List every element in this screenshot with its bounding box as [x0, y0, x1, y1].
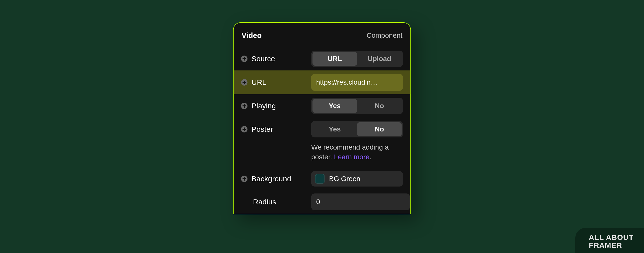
background-control: BG Green [311, 171, 403, 186]
panel-title: Video [242, 31, 262, 40]
brand-line2: FRAMER [589, 241, 634, 249]
playing-control: Yes No [311, 98, 403, 114]
poster-option-yes[interactable]: Yes [312, 122, 357, 136]
playing-option-no[interactable]: No [357, 99, 402, 113]
playing-option-yes[interactable]: Yes [312, 99, 357, 113]
row-radius: Radius [241, 190, 403, 214]
label-text: Source [252, 55, 275, 63]
row-playing: Playing Yes No [241, 94, 403, 118]
label-text: Poster [252, 125, 273, 133]
panel-type-label: Component [366, 32, 402, 40]
color-swatch [315, 174, 325, 183]
learn-more-link[interactable]: Learn more [334, 153, 369, 161]
row-hint: We recommend adding a poster. Learn more… [241, 141, 403, 168]
row-url: URL [234, 70, 410, 94]
row-label-background: Background [241, 175, 291, 183]
row-source: Source URL Upload [241, 47, 403, 70]
url-control [311, 74, 403, 91]
row-label-playing: Playing [241, 102, 276, 110]
video-properties-panel: Video Component Source URL Upload URL Pl… [233, 22, 411, 214]
label-text: URL [252, 78, 266, 87]
background-color-field[interactable]: BG Green [311, 171, 403, 186]
label-text: Playing [252, 102, 276, 110]
poster-segmented: Yes No [311, 121, 403, 137]
poster-option-no[interactable]: No [357, 122, 402, 136]
url-input[interactable] [311, 74, 403, 91]
row-label-source: Source [241, 55, 275, 63]
playing-segmented: Yes No [311, 98, 403, 114]
plus-circle-icon[interactable] [241, 79, 248, 86]
label-text: Background [252, 175, 291, 183]
row-label-url: URL [241, 78, 266, 87]
source-option-upload[interactable]: Upload [357, 52, 402, 66]
radius-input[interactable] [311, 193, 410, 210]
poster-control: Yes No [311, 121, 403, 137]
plus-circle-icon[interactable] [241, 56, 248, 62]
radius-group [311, 193, 403, 210]
source-segmented: URL Upload [311, 51, 403, 67]
brand-badge: ALL ABOUT FRAMER [575, 228, 644, 253]
hint-period: . [370, 153, 372, 161]
panel-header: Video Component [241, 31, 403, 47]
plus-circle-icon[interactable] [241, 126, 248, 132]
color-name: BG Green [329, 175, 360, 183]
row-label-poster: Poster [241, 125, 273, 133]
source-option-url[interactable]: URL [312, 52, 357, 66]
row-poster: Poster Yes No [241, 118, 403, 141]
row-label-radius: Radius [241, 198, 276, 206]
plus-circle-icon[interactable] [241, 176, 248, 182]
row-background: Background BG Green [241, 168, 403, 190]
brand-line1: ALL ABOUT [589, 233, 634, 241]
radius-control [311, 193, 403, 210]
plus-circle-icon[interactable] [241, 103, 248, 109]
label-text: Radius [253, 198, 276, 206]
source-control: URL Upload [311, 51, 403, 67]
poster-hint: We recommend adding a poster. Learn more… [311, 142, 403, 162]
